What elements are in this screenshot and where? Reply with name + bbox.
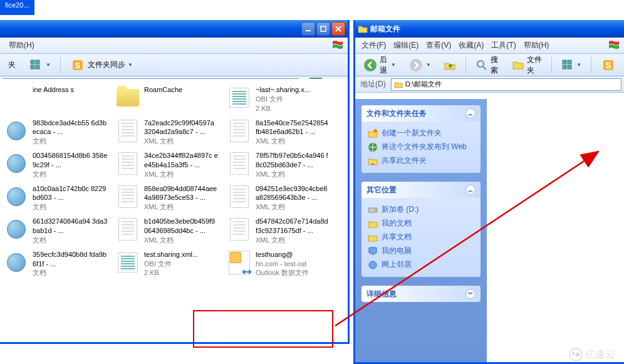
sync-icon: S — [601, 58, 616, 73]
views-button[interactable]: ▼ — [557, 56, 586, 74]
menu-help[interactable]: 帮助(H) — [520, 39, 553, 52]
chevron-down-icon: ▼ — [128, 62, 133, 68]
documents-icon — [368, 219, 378, 229]
maximize-button[interactable] — [316, 22, 330, 36]
chevron-down-icon: ▼ — [576, 62, 581, 68]
svg-rect-21 — [371, 254, 375, 255]
menu-favorites[interactable]: 收藏(A) — [455, 39, 487, 52]
file-pane[interactable]: ine Address sRoamCache~last~.sharing.x..… — [0, 79, 348, 342]
svg-rect-2 — [36, 60, 39, 64]
file-item[interactable]: 858ea09b4dd08744aee 4a98973e5ce53 - ...X… — [112, 182, 223, 215]
search-label: 搜索 — [491, 55, 500, 76]
menu-tools[interactable]: 工具(T) — [487, 39, 519, 52]
menu-file[interactable]: 文件(F) — [358, 39, 390, 52]
task-group-header[interactable]: 其它位置 ︽ — [361, 182, 481, 198]
file-item[interactable]: 983bdce3ad4cb55 6d3becaca - ...文档 — [0, 116, 112, 149]
file-label: testhuang@hn.com - test.ostOutlook 数据文件 — [256, 250, 309, 278]
address-input[interactable]: D:\邮箱文件 — [391, 78, 621, 91]
svg-rect-4 — [36, 65, 39, 69]
file-item[interactable]: 094251e3ec939c4cbe8 a828569643b3e - ...X… — [223, 182, 335, 215]
task-group-header[interactable]: 详细信息 ︾ — [361, 286, 481, 302]
file-icon — [227, 151, 252, 176]
windows-flag-icon — [608, 40, 621, 51]
file-item[interactable]: 359ecfc3d940b8d fda9b6f1f - ...文档 — [0, 247, 112, 281]
share-icon — [368, 156, 378, 166]
folders-label: 文件夹 — [527, 55, 542, 76]
addressbar: 地址(D) D:\邮箱文件 — [355, 76, 624, 93]
place-drive-d[interactable]: 新加卷 (D:) — [368, 203, 474, 217]
task-group-title: 详细信息 — [367, 289, 397, 299]
file-label: b1d405be3ebe0b459f9 06436985dd4bc - ...X… — [144, 217, 219, 245]
file-item[interactable]: 661d32740846a94 3da3bab1d - ...文档 — [0, 214, 112, 247]
file-item[interactable]: 34ce2b344ff82a4897c ee45b4a15a3f5 - ...X… — [112, 148, 223, 182]
parent-window-title-fragment: fice20... — [0, 0, 34, 15]
svg-rect-11 — [568, 60, 571, 64]
file-item[interactable]: RoamCache — [112, 83, 223, 116]
watermark: 亿速云 — [569, 348, 615, 361]
file-item[interactable]: 8a15e40ce75e2542854 fb481e6ad62b1 - ...X… — [223, 116, 335, 149]
place-my-documents[interactable]: 我的文档 — [368, 217, 474, 231]
toolbar: 夹 ▼ S 文件夹同步 ▼ — [0, 54, 348, 76]
back-button[interactable]: 后退 ▼ — [359, 52, 400, 78]
menu-edit[interactable]: 编辑(E) — [390, 39, 422, 52]
svg-rect-20 — [369, 247, 377, 253]
titlebar[interactable] — [0, 20, 348, 38]
file-item[interactable]: 7a2eadc29c99f04597a 3204ad2a9a8c7 - ...X… — [112, 116, 223, 149]
collapse-icon[interactable]: ︽ — [465, 108, 476, 118]
sync-label: 文件夹同步 — [88, 60, 125, 70]
windows-flag-icon — [331, 40, 345, 51]
file-label: 858ea09b4dd08744aee 4a98973e5ce53 - ...X… — [144, 184, 219, 212]
file-label: 34ce2b344ff82a4897c ee45b4a15a3f5 - ...X… — [144, 151, 219, 179]
views-button[interactable]: ▼ — [24, 55, 55, 75]
sync-icon: S — [70, 58, 85, 73]
place-network[interactable]: 网上邻居 — [368, 258, 474, 272]
task-group-header[interactable]: 文件和文件夹任务 ︽ — [361, 105, 481, 122]
tasks-sidebar: 文件和文件夹任务 ︽ 创建一个新文件夹 将这个文件夹发布到 Web 共享此文件夹… — [355, 99, 487, 362]
sync-button[interactable]: S 文件夹同步 ▼ — [66, 55, 137, 75]
file-icon — [4, 184, 29, 209]
svg-rect-0 — [321, 26, 326, 31]
close-button[interactable] — [331, 22, 345, 36]
file-icon — [4, 250, 29, 275]
file-item[interactable]: ~last~.sharing.x...OBI 文件2 KB — [223, 83, 335, 116]
file-item[interactable]: 00345868154d8b6 358e9c29f - ...文档 — [0, 148, 112, 182]
file-item[interactable]: 78f57fb97e0b5c4a946 f8c025bd63de7 - ...X… — [223, 148, 335, 182]
collapse-icon[interactable]: ︽ — [465, 185, 476, 195]
views-icon — [28, 58, 43, 73]
file-item[interactable]: b1d405be3ebe0b459f9 06436985dd4bc - ...X… — [112, 214, 223, 247]
file-item[interactable]: test.sharing.xml...OBI 文件2 KB — [112, 247, 223, 281]
expand-icon[interactable]: ︾ — [465, 289, 476, 299]
file-item[interactable]: testhuang@hn.com - test.ostOutlook 数据文件 — [223, 247, 335, 281]
back-icon — [363, 58, 377, 73]
svg-rect-10 — [563, 60, 566, 64]
search-icon — [476, 59, 488, 71]
file-pane[interactable] — [487, 99, 624, 362]
search-button[interactable]: 搜索 — [471, 52, 504, 78]
file-item[interactable]: d547842c067e714da8d f3c92371675df - ...X… — [223, 214, 335, 247]
file-label: 359ecfc3d940b8d fda9b6f1f - ...文档 — [33, 250, 108, 278]
titlebar[interactable]: 邮箱文件 — [355, 20, 624, 38]
task-new-folder[interactable]: 创建一个新文件夹 — [368, 127, 474, 140]
place-my-computer[interactable]: 我的电脑 — [368, 244, 474, 258]
file-item[interactable]: a10c0aa1c742b0c 8229bd603 - ...文档 — [0, 182, 112, 215]
toolbar: 后退 ▼ ▼ 搜索 文件夹 ▼ S — [355, 54, 624, 76]
menu-help[interactable]: 帮助(H) — [5, 39, 38, 52]
shared-docs-icon — [368, 232, 378, 242]
task-share-folder[interactable]: 共享此文件夹 — [368, 154, 474, 168]
file-item[interactable]: ine Address s — [0, 83, 112, 116]
task-publish-web[interactable]: 将这个文件夹发布到 Web — [368, 140, 474, 154]
views-button-fragment[interactable]: 夹 — [4, 57, 20, 73]
up-button[interactable] — [439, 56, 460, 74]
back-label: 后退 — [380, 55, 388, 76]
folders-button[interactable]: 文件夹 — [507, 52, 546, 78]
menu-view[interactable]: 查看(V) — [422, 39, 455, 52]
computer-icon — [368, 246, 378, 256]
sync-button[interactable]: S — [596, 55, 620, 75]
place-shared-docs[interactable]: 共享文档 — [368, 231, 474, 244]
separator — [465, 57, 466, 73]
minimize-button[interactable] — [301, 22, 315, 36]
svg-point-19 — [375, 210, 376, 211]
address-path: D:\邮箱文件 — [405, 80, 442, 89]
svg-point-9 — [477, 61, 484, 67]
forward-button[interactable]: ▼ — [404, 55, 435, 75]
